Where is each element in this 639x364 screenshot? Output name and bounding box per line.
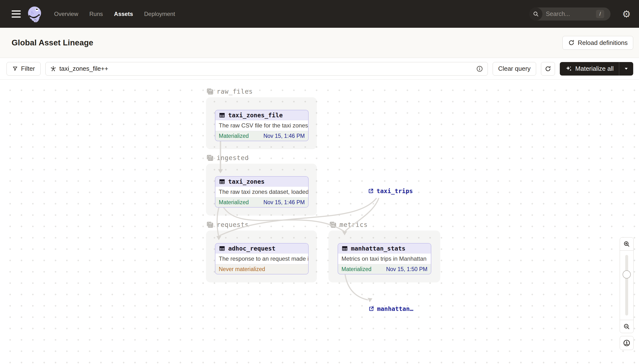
external-asset-manhattan[interactable]: manhattan…: [368, 305, 413, 312]
reload-definitions-button[interactable]: Reload definitions: [562, 36, 633, 50]
nav-deployment[interactable]: Deployment: [144, 10, 175, 18]
asset-node-footer: Materialized Nov 15, 1:46 PM: [215, 197, 308, 207]
external-link-icon: [368, 306, 375, 312]
external-asset-label: manhattan…: [377, 305, 413, 312]
settings-gear-icon[interactable]: ⚙: [622, 9, 631, 19]
recenter-graph-button[interactable]: [620, 336, 634, 350]
op-selector-icon: [50, 66, 57, 72]
top-navigation-bar: Overview Runs Assets Deployment / ⚙: [0, 0, 639, 28]
table-icon: [341, 245, 348, 252]
clear-query-button[interactable]: Clear query: [493, 62, 536, 76]
asset-node-taxi-zones[interactable]: taxi_zones The raw taxi zones dataset, l…: [215, 176, 309, 208]
asset-node-header: taxi_zones_file: [215, 110, 308, 120]
materialize-options-caret[interactable]: [619, 62, 633, 76]
global-search[interactable]: /: [529, 8, 610, 20]
refresh-icon: [568, 39, 575, 46]
asset-selection-input[interactable]: [60, 65, 473, 72]
asset-node-description: The response to an request made in th...: [215, 254, 308, 264]
lineage-toolbar: Filter Clear query: [0, 58, 639, 80]
info-icon[interactable]: [476, 65, 483, 72]
nav-overview[interactable]: Overview: [54, 10, 78, 18]
refresh-graph-button[interactable]: [541, 62, 555, 76]
materialization-timestamp: Nov 15, 1:46 PM: [263, 199, 305, 206]
sparkles-icon: [565, 65, 572, 72]
zoom-in-icon: [623, 240, 630, 248]
zoom-out-icon: [623, 323, 630, 330]
asset-node-description: The raw CSV file for the taxi zones dat.…: [215, 120, 308, 131]
nav-assets[interactable]: Assets: [114, 10, 133, 18]
materialize-all-label: Materialize all: [575, 65, 614, 72]
asset-node-taxi-zones-file[interactable]: taxi_zones_file The raw CSV file for the…: [215, 110, 309, 141]
asset-node-header: manhattan_stats: [338, 244, 431, 254]
search-input[interactable]: [546, 10, 589, 18]
external-asset-label: taxi_trips: [376, 188, 413, 194]
filter-label: Filter: [21, 65, 35, 72]
search-icon: [529, 8, 542, 20]
lineage-graph-canvas[interactable]: raw_files ingested requests metrics: [0, 80, 639, 364]
main-nav: Overview Runs Assets Deployment: [54, 10, 175, 18]
asset-node-footer: Materialized Nov 15, 1:46 PM: [215, 131, 308, 141]
materialization-timestamp: Nov 15, 1:46 PM: [263, 133, 305, 139]
asset-node-manhattan-stats[interactable]: manhattan_stats Metrics on taxi trips in…: [338, 243, 431, 274]
asset-node-header: adhoc_request: [215, 244, 308, 254]
materialization-timestamp: Nov 15, 1:50 PM: [386, 266, 427, 272]
filter-button[interactable]: Filter: [7, 62, 41, 76]
asset-node-adhoc-request[interactable]: adhoc_request The response to an request…: [215, 243, 309, 274]
asset-node-title: manhattan_stats: [351, 245, 405, 252]
materialize-all-button[interactable]: Materialize all: [560, 62, 619, 76]
zoom-out-button[interactable]: [620, 320, 633, 333]
page-header: Global Asset Lineage Reload definitions: [0, 28, 639, 58]
zoom-in-button[interactable]: [620, 238, 633, 250]
refresh-icon: [544, 66, 551, 72]
asset-node-title: adhoc_request: [228, 245, 276, 252]
clear-query-label: Clear query: [498, 65, 530, 72]
page-title: Global Asset Lineage: [12, 38, 93, 47]
asset-node-description: The raw taxi zones dataset, loaded int..…: [215, 186, 308, 197]
asset-node-description: Metrics on taxi trips in Manhattan: [338, 254, 431, 264]
external-link-icon: [368, 188, 374, 194]
filter-funnel-icon: [12, 66, 18, 72]
asset-node-title: taxi_zones: [228, 178, 265, 185]
reload-definitions-label: Reload definitions: [578, 39, 628, 46]
materialize-all-split-button: Materialize all: [560, 62, 633, 76]
status-badge: Materialized: [219, 199, 249, 206]
asset-node-footer: Never materialized: [215, 264, 308, 274]
menu-icon[interactable]: [12, 10, 21, 18]
external-asset-taxi-trips[interactable]: taxi_trips: [368, 188, 413, 194]
arrow-down-circle-icon: [623, 339, 630, 347]
zoom-controls: [620, 237, 634, 333]
asset-node-footer: Materialized Nov 15, 1:50 PM: [338, 264, 431, 274]
zoom-slider-handle[interactable]: [622, 270, 631, 278]
table-icon: [219, 245, 225, 252]
table-icon: [219, 178, 225, 185]
asset-selection-input-box[interactable]: [46, 62, 488, 76]
dagster-logo[interactable]: [27, 6, 43, 22]
status-badge: Never materialized: [219, 266, 265, 272]
search-shortcut-badge: /: [596, 10, 604, 18]
status-badge: Materialized: [341, 266, 371, 272]
asset-node-title: taxi_zones_file: [228, 112, 283, 119]
table-icon: [219, 112, 225, 118]
zoom-slider-track: [625, 255, 628, 316]
lineage-edges: [0, 80, 639, 364]
nav-runs[interactable]: Runs: [89, 10, 103, 18]
status-badge: Materialized: [219, 133, 249, 139]
zoom-slider[interactable]: [620, 250, 633, 320]
asset-node-header: taxi_zones: [215, 177, 308, 186]
